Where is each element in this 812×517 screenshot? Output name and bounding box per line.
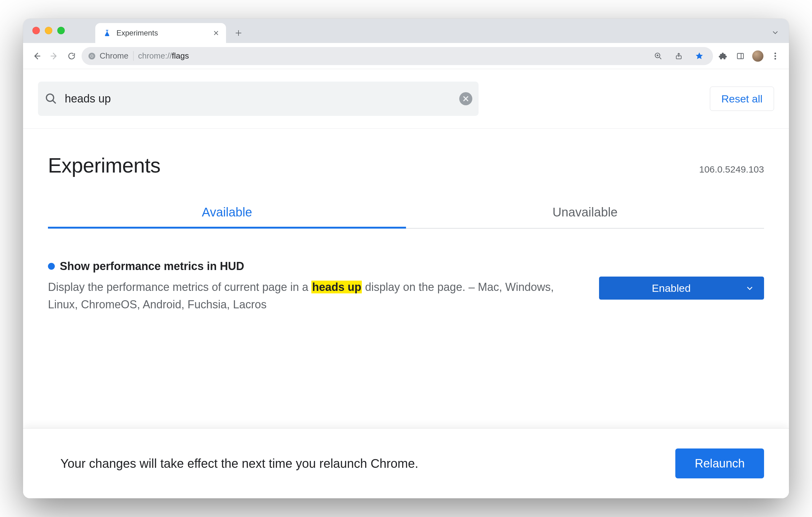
page-content: Reset all Experiments 106.0.5249.103 Ava… xyxy=(23,69,789,498)
svg-point-8 xyxy=(774,55,776,57)
search-field[interactable] xyxy=(38,82,478,116)
title-bar: Experiments xyxy=(23,19,789,43)
flag-state-value: Enabled xyxy=(599,282,744,294)
tab-available[interactable]: Available xyxy=(48,205,406,229)
page-title: Experiments xyxy=(48,153,161,177)
relaunch-label: Relaunch xyxy=(695,457,745,470)
svg-point-9 xyxy=(774,58,776,59)
site-chip-label: Chrome xyxy=(99,51,128,61)
svg-point-3 xyxy=(91,55,93,57)
chevron-down-icon xyxy=(744,284,756,292)
nav-back-button[interactable] xyxy=(29,49,44,63)
chrome-icon xyxy=(88,52,96,60)
window-zoom-button[interactable] xyxy=(57,27,65,34)
tab-experiments[interactable]: Experiments xyxy=(95,23,226,43)
search-input[interactable] xyxy=(64,92,453,106)
search-icon xyxy=(45,92,57,105)
version-label: 106.0.5249.103 xyxy=(699,164,764,175)
nav-forward-button[interactable] xyxy=(47,49,62,63)
traffic-lights xyxy=(32,27,65,34)
extensions-icon[interactable] xyxy=(716,49,730,63)
bookmark-star-icon[interactable] xyxy=(692,49,707,63)
avatar-icon xyxy=(752,51,763,62)
tab-close-icon[interactable] xyxy=(212,29,221,37)
flags-list: Show performance metrics in HUD Display … xyxy=(23,229,789,313)
share-icon[interactable] xyxy=(671,49,686,63)
search-row: Reset all xyxy=(23,69,789,128)
tab-title: Experiments xyxy=(116,29,158,37)
flag-row: Show performance metrics in HUD Display … xyxy=(48,260,764,313)
tab-strip: Experiments xyxy=(95,19,783,43)
flag-description: Display the performance metrics of curre… xyxy=(48,279,580,313)
browser-window: Experiments xyxy=(23,19,789,498)
tab-overflow-icon[interactable] xyxy=(768,25,783,40)
reset-all-button[interactable]: Reset all xyxy=(710,87,774,111)
flag-desc-pre: Display the performance metrics of curre… xyxy=(48,281,311,293)
flag-state-select[interactable]: Enabled xyxy=(599,277,764,299)
relaunch-button[interactable]: Relaunch xyxy=(675,449,764,478)
tabs: Available Unavailable xyxy=(48,205,764,229)
relaunch-message: Your changes will take effect the next t… xyxy=(60,457,418,470)
zoom-in-icon[interactable] xyxy=(651,49,666,63)
omnibox[interactable]: Chrome chrome://flags xyxy=(82,47,713,65)
header-row: Experiments 106.0.5249.103 xyxy=(23,128,789,177)
svg-point-7 xyxy=(774,52,776,54)
tab-unavailable-label: Unavailable xyxy=(552,205,617,219)
tab-unavailable[interactable]: Unavailable xyxy=(406,205,764,229)
new-tab-button[interactable] xyxy=(231,26,246,40)
flag-title: Show performance metrics in HUD xyxy=(60,260,244,273)
profile-avatar[interactable] xyxy=(750,49,765,63)
window-minimize-button[interactable] xyxy=(45,27,52,34)
reset-all-label: Reset all xyxy=(721,93,762,105)
nav-reload-button[interactable] xyxy=(64,49,79,63)
toolbar: Chrome chrome://flags xyxy=(23,43,789,69)
kebab-menu-icon[interactable] xyxy=(768,49,783,63)
svg-point-10 xyxy=(47,94,54,101)
relaunch-bar: Your changes will take effect the next t… xyxy=(23,428,789,498)
clear-search-icon[interactable] xyxy=(459,92,472,105)
svg-rect-6 xyxy=(737,53,744,59)
flag-desc-highlight: heads up xyxy=(311,281,362,293)
url-prefix: chrome:// xyxy=(138,51,172,60)
url-path: flags xyxy=(172,51,189,60)
omnibox-url: chrome://flags xyxy=(138,51,189,61)
flask-icon xyxy=(103,29,112,37)
side-panel-icon[interactable] xyxy=(733,49,748,63)
tab-available-label: Available xyxy=(202,205,252,219)
flag-text: Show performance metrics in HUD Display … xyxy=(48,260,580,313)
window-close-button[interactable] xyxy=(32,27,40,34)
modified-dot-icon xyxy=(48,263,55,270)
svg-rect-0 xyxy=(106,30,108,31)
site-chip[interactable]: Chrome xyxy=(88,51,134,61)
